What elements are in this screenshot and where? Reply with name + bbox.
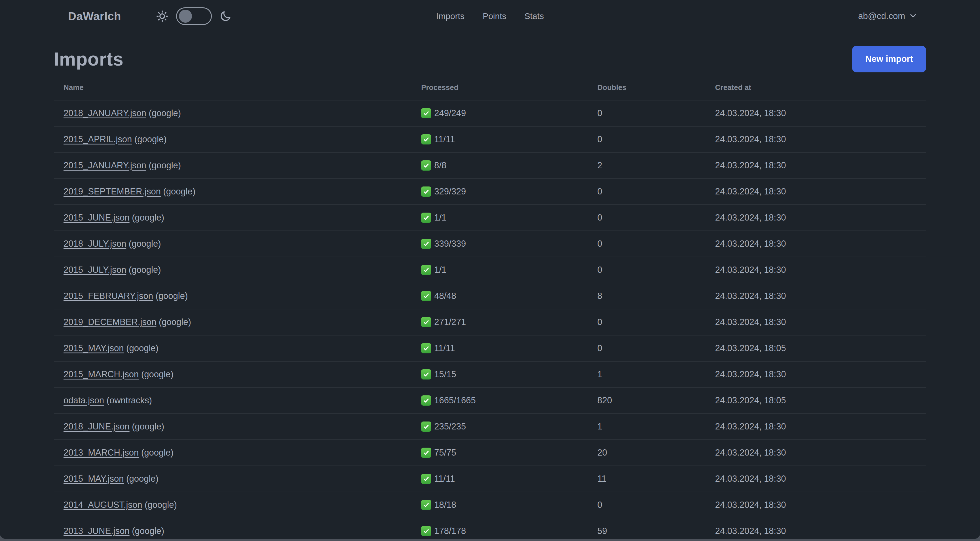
table-row: 2013_JUNE.json (google)178/1785924.03.20… [54,518,926,539]
cell-processed: 1/1 [412,257,587,283]
import-source: (owntracks) [104,396,152,405]
table-row: 2015_MARCH.json (google)15/15124.03.2024… [54,361,926,388]
processed-count: 271/271 [434,317,466,327]
processed-count: 249/249 [434,108,466,118]
import-file-link[interactable]: 2015_FEBRUARY.json [64,291,153,301]
cell-name: 2015_JUNE.json (google) [54,205,412,231]
import-source: (google) [138,369,173,379]
page-title: Imports [54,48,124,70]
import-source: (google) [161,187,196,196]
white-check-mark-icon [421,160,431,171]
import-file-link[interactable]: 2018_JUNE.json [64,421,130,431]
import-file-link[interactable]: 2015_JANUARY.json [64,160,146,170]
white-check-mark-icon [421,108,431,118]
cell-doubles: 11 [588,466,705,492]
table-row: 2014_AUGUST.json (google)18/18024.03.202… [54,492,926,518]
cell-processed: 329/329 [412,179,587,205]
table-row: 2015_APRIL.json (google)11/11024.03.2024… [54,126,926,152]
cell-processed: 271/271 [412,309,587,335]
table-row: 2018_JANUARY.json (google)249/249024.03.… [54,100,926,126]
white-check-mark-icon [421,239,431,249]
cell-processed: 11/11 [412,335,587,361]
import-file-link[interactable]: 2015_MAY.json [64,343,124,353]
app-logo[interactable]: DaWarIch [68,10,121,23]
import-source: (google) [130,212,164,223]
white-check-mark-icon [421,212,431,223]
cell-processed: 235/235 [412,413,587,440]
cell-doubles: 59 [588,518,705,539]
import-file-link[interactable]: 2018_JANUARY.json [64,108,146,118]
column-header-created-at: Created at [705,75,926,100]
cell-doubles: 0 [588,231,705,257]
cell-created-at: 24.03.2024, 18:30 [705,126,926,152]
cell-created-at: 24.03.2024, 18:30 [705,231,926,257]
import-source: (google) [142,500,177,510]
cell-doubles: 2 [588,152,705,179]
import-file-link[interactable]: 2015_MARCH.json [64,369,138,379]
cell-name: 2019_DECEMBER.json (google) [54,309,412,335]
cell-created-at: 24.03.2024, 18:30 [705,492,926,518]
table-row: 2018_JUNE.json (google)235/235124.03.202… [54,413,926,440]
table-header-row: NameProcessedDoublesCreated at [54,75,926,100]
processed-count: 1/1 [434,265,446,275]
cell-processed: 11/11 [412,466,587,492]
import-file-link[interactable]: odata.json [64,396,104,405]
import-file-link[interactable]: 2013_JUNE.json [64,526,130,536]
white-check-mark-icon [421,474,431,484]
cell-created-at: 24.03.2024, 18:30 [705,179,926,205]
import-file-link[interactable]: 2018_JULY.json [64,239,126,249]
cell-processed: 339/339 [412,231,587,257]
import-file-link[interactable]: 2019_DECEMBER.json [64,317,156,327]
imports-table: NameProcessedDoublesCreated at 2018_JANU… [54,75,926,539]
nav-link-imports[interactable]: Imports [436,11,465,21]
cell-doubles: 0 [588,126,705,152]
cell-name: odata.json (owntracks) [54,388,412,413]
import-file-link[interactable]: 2015_MAY.json [64,474,124,484]
moon-icon [219,10,232,22]
cell-name: 2015_FEBRUARY.json (google) [54,283,412,309]
cell-name: 2015_MAY.json (google) [54,466,412,492]
cell-processed: 249/249 [412,100,587,126]
import-file-link[interactable]: 2015_JULY.json [64,265,126,275]
cell-name: 2013_MARCH.json (google) [54,440,412,466]
cell-name: 2014_AUGUST.json (google) [54,492,412,518]
import-file-link[interactable]: 2015_JUNE.json [64,212,130,223]
account-dropdown[interactable]: ab@cd.com [858,11,918,21]
white-check-mark-icon [421,134,431,144]
toggle-knob [179,10,192,23]
white-check-mark-icon [421,265,431,275]
white-check-mark-icon [421,291,431,301]
new-import-button[interactable]: New import [852,46,926,72]
imports-table-body: 2018_JANUARY.json (google)249/249024.03.… [54,100,926,539]
table-row: 2019_SEPTEMBER.json (google)329/329024.0… [54,179,926,205]
cell-processed: 8/8 [412,152,587,179]
table-row: 2019_DECEMBER.json (google)271/271024.03… [54,309,926,335]
cell-doubles: 1 [588,361,705,388]
nav-link-stats[interactable]: Stats [525,11,544,21]
import-file-link[interactable]: 2014_AUGUST.json [64,500,142,510]
cell-name: 2018_JUNE.json (google) [54,413,412,440]
cell-doubles: 0 [588,179,705,205]
cell-created-at: 24.03.2024, 18:30 [705,257,926,283]
cell-created-at: 24.03.2024, 18:30 [705,413,926,440]
import-source: (google) [130,526,164,536]
cell-doubles: 0 [588,100,705,126]
nav-link-points[interactable]: Points [483,11,506,21]
cell-name: 2015_JULY.json (google) [54,257,412,283]
theme-toggle-switch[interactable] [176,7,212,25]
processed-count: 15/15 [434,369,456,380]
table-row: 2015_JANUARY.json (google)8/8224.03.2024… [54,152,926,179]
import-source: (google) [124,343,159,353]
cell-processed: 11/11 [412,126,587,152]
white-check-mark-icon [421,421,431,432]
import-file-link[interactable]: 2015_APRIL.json [64,134,132,144]
white-check-mark-icon [421,343,431,353]
import-source: (google) [126,239,161,249]
processed-count: 11/11 [434,343,455,353]
processed-count: 18/18 [434,500,456,510]
import-file-link[interactable]: 2019_SEPTEMBER.json [64,187,161,196]
white-check-mark-icon [421,187,431,197]
imports-page: DaWarIch [0,0,980,539]
processed-count: 178/178 [434,526,466,536]
import-file-link[interactable]: 2013_MARCH.json [64,448,138,458]
